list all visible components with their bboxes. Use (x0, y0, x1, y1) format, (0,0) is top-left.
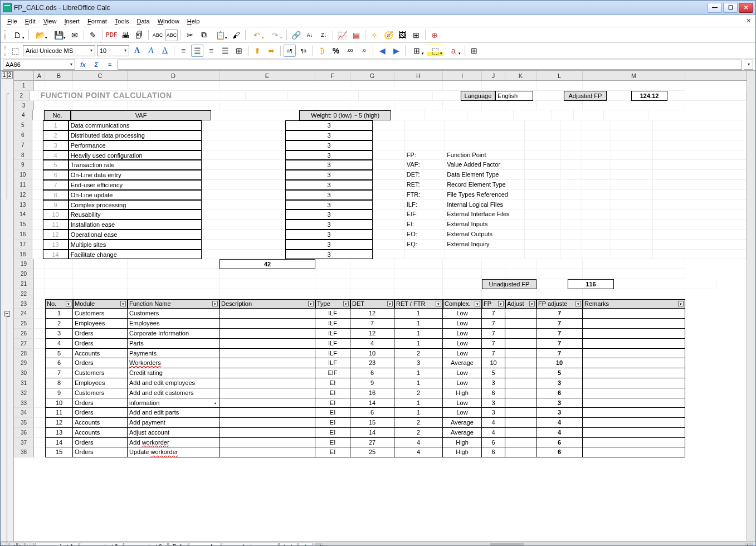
filter-header-fp-adjuste[interactable]: FP adjuste▾ (536, 299, 583, 309)
gallery-button[interactable]: 🖼 (396, 29, 408, 41)
vaf-weight[interactable]: 3 (285, 200, 373, 210)
vaf-weight[interactable]: 3 (285, 209, 373, 220)
filter-arrow-icon[interactable]: ▾ (575, 301, 581, 306)
row-header[interactable]: 31 (14, 378, 34, 388)
row-header[interactable]: 6 (14, 130, 32, 140)
tab-first-button[interactable]: ⏮ (1, 543, 8, 547)
column-header-F[interactable]: F (315, 71, 350, 80)
column-header-E[interactable]: E (220, 71, 315, 80)
row-header[interactable]: 21 (14, 279, 34, 289)
filter-header-type[interactable]: Type▾ (315, 299, 350, 309)
filter-header-remarks[interactable]: Remarks▾ (583, 299, 685, 309)
horizontal-scrollbar[interactable]: ◀ ▶ (315, 543, 753, 547)
outline-level-1[interactable]: 1 (2, 71, 7, 79)
redo-button[interactable]: ↷▾ (267, 29, 284, 41)
row-header[interactable]: 11 (14, 180, 32, 190)
menu-view[interactable]: View (43, 18, 57, 25)
row-header[interactable]: 36 (14, 428, 34, 438)
sort-asc-button[interactable]: A↓ (304, 29, 316, 41)
toolbar-handle[interactable] (4, 30, 6, 40)
close-button[interactable]: ✕ (739, 3, 753, 13)
auto-spellcheck-button[interactable]: ABC (165, 29, 178, 41)
align-top-button[interactable]: ⬆ (251, 45, 264, 57)
vaf-weight[interactable]: 3 (285, 220, 373, 230)
row-header[interactable]: 15 (14, 220, 32, 230)
filter-arrow-icon[interactable]: ▾ (308, 301, 314, 306)
row-header[interactable]: 37 (14, 438, 34, 448)
align-justify-button[interactable]: ☰ (219, 45, 231, 57)
row-header[interactable]: 26 (14, 329, 34, 339)
filter-arrow-icon[interactable]: ▾ (212, 301, 218, 306)
row-header[interactable]: 17 (14, 240, 32, 250)
filter-header-ret-ftr[interactable]: RET / FTR▾ (394, 299, 443, 309)
email-button[interactable]: ✉ (69, 29, 81, 41)
decrease-indent-button[interactable]: ◀ (376, 45, 388, 57)
vaf-weight[interactable]: 3 (285, 140, 373, 150)
row-header[interactable]: 38 (14, 447, 34, 457)
menu-file[interactable]: File (7, 18, 17, 25)
menu-help[interactable]: Help (187, 18, 200, 25)
filter-header-adjust[interactable]: Adjust▾ (505, 299, 536, 309)
align-left-button[interactable]: ≡ (177, 45, 189, 57)
grid-button[interactable]: ⊞ (468, 45, 480, 57)
row-header[interactable]: 7 (14, 140, 32, 150)
row-header[interactable]: 8 (14, 150, 32, 160)
italic-button[interactable]: A (145, 45, 157, 57)
row-header[interactable]: 30 (14, 368, 34, 378)
document-close-icon[interactable]: × (747, 16, 751, 25)
column-header-L[interactable]: L (536, 71, 583, 80)
vaf-weight[interactable]: 3 (285, 230, 373, 240)
sheet-tab-Def.[interactable]: Def. (167, 543, 188, 547)
underline-button[interactable]: A (159, 45, 171, 57)
cut-button[interactable]: ✂ (184, 29, 196, 41)
menu-insert[interactable]: Insert (64, 18, 80, 25)
tab-last-button[interactable]: ⏭ (26, 543, 33, 547)
save-button[interactable]: 💾▾ (50, 29, 67, 41)
sheet-tab-your-project-3[interactable]: your project 3 (123, 543, 168, 547)
clone-formatting-button[interactable]: 🖌 (230, 29, 242, 41)
row-header[interactable]: 22 (14, 289, 34, 299)
row-header[interactable]: 14 (14, 209, 32, 220)
row-header[interactable]: 29 (14, 358, 34, 368)
hyperlink-button[interactable]: 🔗 (290, 29, 302, 41)
chart-button[interactable]: 📈 (336, 29, 348, 41)
column-header-M[interactable]: M (583, 71, 685, 80)
column-header-G[interactable]: G (350, 71, 394, 80)
add-decimal-button[interactable]: .00 (344, 45, 356, 57)
outline-collapse-button[interactable]: − (4, 311, 10, 316)
row-header[interactable]: 16 (14, 230, 32, 240)
row-header[interactable]: 28 (14, 349, 34, 359)
sum-button[interactable]: Σ (91, 60, 102, 70)
vertical-scrollbar[interactable] (747, 71, 755, 541)
filter-header-fp[interactable]: FP▾ (482, 299, 505, 309)
font-name-select[interactable]: Arial Unicode MS▾ (23, 45, 95, 56)
row-header[interactable]: 5 (14, 120, 32, 130)
styles-button[interactable]: ✧ (368, 29, 381, 41)
vaf-weight[interactable]: 3 (285, 180, 373, 190)
filter-arrow-icon[interactable]: ▾ (387, 301, 393, 306)
maximize-button[interactable]: ☐ (723, 3, 738, 13)
row-header[interactable]: 3 (14, 101, 34, 111)
row-header[interactable]: 13 (14, 200, 32, 210)
row-header[interactable]: 10 (14, 170, 32, 180)
merge-cells-button[interactable]: ⊞ (233, 45, 245, 57)
fontcolor-button[interactable]: a▾ (445, 45, 462, 57)
column-header-B[interactable]: B (45, 71, 73, 80)
increase-indent-button[interactable]: ▶ (390, 45, 402, 57)
menu-window[interactable]: Window (158, 18, 179, 25)
align-center-button[interactable]: ☰ (191, 45, 203, 57)
vaf-weight[interactable]: 3 (285, 190, 373, 200)
filter-arrow-icon[interactable]: ▾ (436, 301, 441, 306)
formula-input[interactable] (118, 60, 742, 70)
filter-arrow-icon[interactable]: ▾ (343, 301, 349, 306)
row-header[interactable]: 20 (14, 269, 34, 279)
column-header-C[interactable]: C (73, 71, 128, 80)
tab-next-button[interactable]: ▶ (17, 543, 25, 547)
print-button[interactable]: 🖶 (119, 29, 131, 41)
row-header[interactable]: 19 (14, 259, 34, 269)
autofilter-button[interactable]: ▤ (350, 29, 362, 41)
row-header[interactable]: 1 (14, 81, 34, 91)
filter-arrow-icon[interactable]: ▾ (66, 301, 71, 306)
sort-desc-button[interactable]: Z↓ (318, 29, 330, 41)
row-header[interactable]: 35 (14, 418, 34, 428)
